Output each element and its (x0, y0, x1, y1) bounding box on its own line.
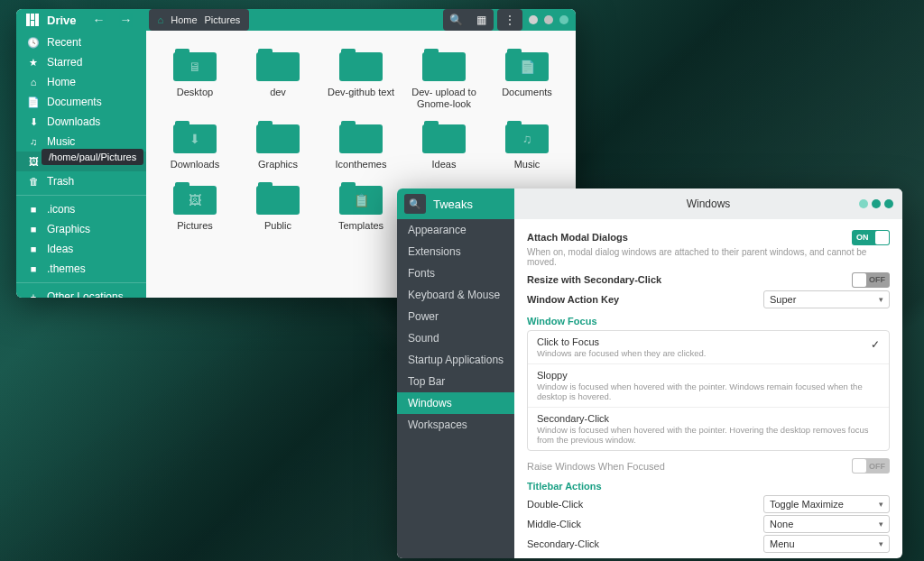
file-item[interactable]: 📄Documents (485, 43, 568, 114)
tweaks-sidebar-extensions[interactable]: Extensions (397, 241, 514, 262)
window-close-button[interactable] (884, 199, 893, 208)
folder-icon: 📄 (505, 47, 549, 81)
files-header: Drive ← → ⌂ Home Pictures 🔍 ▦ ⋮ (16, 9, 576, 31)
tweaks-sidebar: AppearanceExtensionsFontsKeyboard & Mous… (397, 219, 514, 558)
svg-rect-2 (31, 21, 34, 26)
secondary-click-combobox[interactable]: Menu▾ (763, 535, 890, 553)
folder-icon: ■ (27, 263, 40, 274)
sidebar-other-locations[interactable]: +Other Locations (16, 287, 146, 298)
chevron-down-icon: ▾ (879, 295, 883, 304)
double-click-combobox[interactable]: Toggle Maximize▾ (763, 495, 890, 513)
folder-icon: 🖥 (173, 47, 217, 81)
file-item[interactable]: Dev-github text (319, 43, 402, 114)
file-item[interactable]: ⬇Downloads (153, 115, 236, 174)
file-item[interactable]: dev (236, 43, 319, 114)
tweaks-search-button[interactable]: 🔍 (404, 194, 426, 214)
sidebar-item-starred[interactable]: ★Starred (16, 52, 146, 72)
tweaks-sidebar-workspaces[interactable]: Workspaces (397, 414, 514, 436)
chevron-down-icon: ▾ (879, 539, 883, 548)
tweaks-sidebar-top-bar[interactable]: Top Bar (397, 371, 514, 392)
files-title: Drive (47, 14, 77, 27)
file-item[interactable]: 🖼Pictures (153, 177, 236, 235)
recent-icon: 🕓 (27, 37, 40, 49)
window-close-button[interactable] (559, 15, 568, 24)
file-item[interactable]: ♫Music (485, 115, 568, 174)
sidebar-item-trash[interactable]: 🗑Trash (16, 171, 146, 191)
secondary-click-label: Secondary-Click (527, 538, 763, 549)
menu-button[interactable]: ⋮ (497, 9, 522, 31)
home-icon: ⌂ (27, 77, 40, 87)
window-maximize-button[interactable] (544, 15, 553, 24)
plus-icon: + (27, 291, 40, 298)
file-item[interactable]: Public (236, 177, 319, 235)
sidebar-item-documents[interactable]: 📄Documents (16, 92, 146, 112)
sidebar-bookmark-icons[interactable]: ■.icons (16, 199, 146, 219)
file-item[interactable]: 🖥Desktop (153, 43, 236, 114)
file-item[interactable]: Ideas (402, 115, 485, 174)
svg-rect-3 (35, 14, 39, 26)
double-click-label: Double-Click (527, 499, 763, 510)
folder-icon (339, 119, 383, 153)
folder-icon (256, 180, 300, 215)
attach-dialogs-label: Attach Modal Dialogs (527, 232, 852, 243)
path-tooltip: /home/paul/Pictures (42, 149, 143, 165)
breadcrumb[interactable]: ⌂ Home Pictures (149, 9, 250, 31)
sidebar-bookmark-Graphics[interactable]: ■Graphics (16, 219, 146, 239)
view-toggle-button[interactable]: ▦ (468, 9, 494, 31)
breadcrumb-home[interactable]: Home (171, 14, 197, 25)
forward-button[interactable]: → (116, 10, 136, 30)
file-item[interactable]: 📋Templates (319, 177, 402, 235)
folder-icon: 🖼 (173, 180, 217, 215)
sidebar-item-downloads[interactable]: ⬇Downloads (16, 112, 146, 132)
folder-icon: ■ (27, 204, 40, 215)
back-button[interactable]: ← (89, 10, 109, 30)
tweaks-sidebar-keyboard-mouse[interactable]: Keyboard & Mouse (397, 284, 514, 306)
resize-secondary-toggle[interactable]: OFF (852, 272, 890, 288)
folder-icon: 📋 (339, 180, 383, 215)
sidebar-bookmark-Ideas[interactable]: ■Ideas (16, 239, 146, 259)
tweaks-sidebar-appearance[interactable]: Appearance (397, 219, 514, 241)
file-item[interactable]: Iconthemes (319, 115, 402, 174)
window-minimize-button[interactable] (529, 15, 538, 24)
folder-icon: ♫ (505, 119, 549, 153)
files-sidebar: 🕓Recent★Starred⌂Home📄Documents⬇Downloads… (16, 31, 146, 298)
tweaks-sidebar-startup-applications[interactable]: Startup Applications (397, 349, 514, 371)
chevron-down-icon: ▾ (879, 500, 883, 509)
window-maximize-button[interactable] (872, 199, 881, 208)
tweaks-sidebar-windows[interactable]: Windows (397, 392, 514, 414)
trash-icon: 🗑 (27, 176, 40, 187)
sidebar-item-recent[interactable]: 🕓Recent (16, 32, 146, 52)
tweaks-sidebar-fonts[interactable]: Fonts (397, 262, 514, 284)
downloads-icon: ⬇ (27, 116, 40, 128)
folder-icon (256, 119, 300, 153)
music-icon: ♫ (27, 136, 40, 147)
raise-windows-toggle: OFF (852, 458, 890, 474)
documents-icon: 📄 (27, 97, 40, 108)
tweaks-content: Attach Modal Dialogs ON When on, modal d… (514, 219, 902, 558)
sidebar-item-home[interactable]: ⌂Home (16, 72, 146, 92)
tweaks-sidebar-power[interactable]: Power (397, 306, 514, 327)
focus-option[interactable]: Click to FocusWindows are focused when t… (528, 331, 889, 364)
checkmark-icon: ✓ (871, 338, 880, 351)
middle-click-combobox[interactable]: None▾ (763, 515, 890, 533)
tweaks-sidebar-sound[interactable]: Sound (397, 327, 514, 349)
focus-option[interactable]: SloppyWindow is focused when hovered wit… (528, 364, 889, 408)
titlebar-actions-section: Titlebar Actions (527, 481, 890, 492)
file-item[interactable]: Dev- upload to Gnome-look (402, 43, 485, 114)
action-key-combobox[interactable]: Super▾ (763, 290, 890, 308)
attach-dialogs-toggle[interactable]: ON (852, 230, 890, 245)
folder-icon: ⬇ (173, 119, 217, 153)
search-button[interactable]: 🔍 (443, 9, 468, 31)
tweaks-window: 🔍 Tweaks Windows AppearanceExtensionsFon… (397, 189, 902, 558)
breadcrumb-current[interactable]: Pictures (205, 14, 241, 25)
raise-windows-label: Raise Windows When Focused (527, 461, 852, 472)
starred-icon: ★ (27, 57, 40, 69)
window-minimize-button[interactable] (859, 199, 868, 208)
focus-option[interactable]: Secondary-ClickWindow is focused when ho… (528, 408, 889, 450)
tweaks-panel-title: Windows (687, 198, 731, 210)
file-item[interactable]: Graphics (236, 115, 319, 174)
pictures-icon: 🖼 (27, 156, 40, 167)
folder-icon (256, 47, 300, 81)
sidebar-bookmark-themes[interactable]: ■.themes (16, 259, 146, 279)
middle-click-label: Middle-Click (527, 519, 763, 529)
